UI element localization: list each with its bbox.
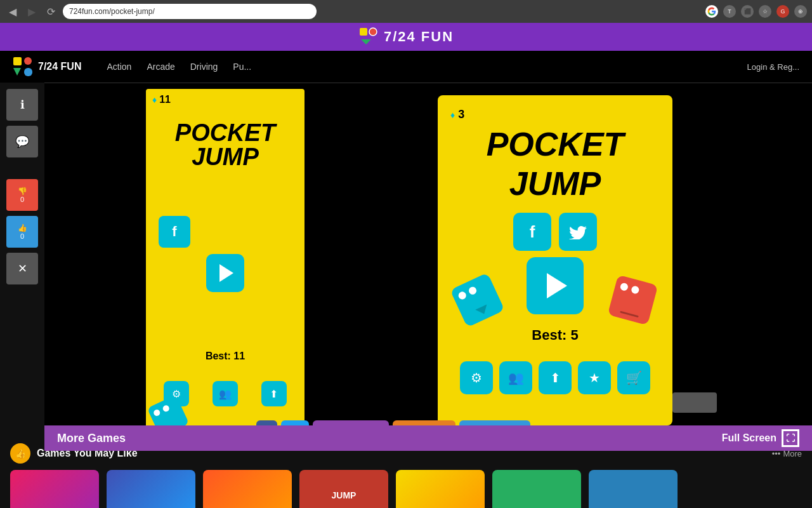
info-button[interactable]: ℹ	[6, 89, 38, 121]
nav-more[interactable]: Pu...	[233, 62, 251, 72]
extensions-icon[interactable]: ⬛	[741, 5, 754, 18]
popup-social-row: f	[513, 213, 597, 251]
game-thumb-5[interactable]	[396, 470, 485, 508]
game-thumb-7[interactable]	[589, 470, 678, 508]
small-game-frame: ♦ 11 POCKET JUMP f Best: 11 ⚙ 👥 ⬆	[146, 89, 304, 444]
games-row: JUMP	[10, 470, 802, 508]
top-banner: 7/24 FUN	[0, 23, 812, 51]
fullscreen-icon: ⛶	[782, 429, 799, 447]
google-icon[interactable]	[705, 5, 718, 18]
browser-chrome: ◀ ▶ ⟳ 724fun.com/pocket-jump/ T ⬛ ☆ G ⊕	[0, 0, 812, 23]
dislike-count: 0	[20, 196, 24, 203]
small-best-score: Best: 11	[146, 351, 304, 362]
extensions2-icon[interactable]: ⊕	[794, 5, 807, 18]
translate-icon[interactable]: T	[723, 5, 736, 18]
browser-refresh[interactable]: ⟳	[43, 4, 59, 19]
small-title-line1: POCKET	[152, 121, 298, 145]
side-panel: ℹ 💬 👎 0 👍 0 ✕	[0, 83, 44, 284]
diamond-icon: ♦	[152, 95, 157, 105]
popup-title: POCKET JUMP	[487, 128, 624, 213]
game-thumb-4[interactable]: JUMP	[299, 470, 388, 508]
logo-icon	[13, 57, 33, 77]
popup-score-value: 3	[458, 108, 464, 121]
popup-bottom-btn2[interactable]	[672, 392, 717, 413]
play-triangle-icon	[219, 264, 233, 282]
more-games-bar: More Games Full Screen ⛶	[44, 425, 812, 451]
small-leaderboard-btn[interactable]: 👥	[213, 381, 238, 406]
fullscreen-label: Full Screen	[722, 432, 776, 444]
big-popup: ♦ 3 POCKET JUMP f	[438, 95, 672, 425]
popup-diamond-icon: ♦	[450, 110, 455, 120]
small-game-title: POCKET JUMP	[152, 121, 298, 169]
info-icon: ℹ	[20, 98, 25, 112]
svg-point-4	[24, 57, 32, 65]
small-title-line2: JUMP	[152, 145, 298, 169]
bookmark-icon[interactable]: ☆	[759, 5, 771, 18]
game-area: ♦ 11 POCKET JUMP f Best: 11 ⚙ 👥 ⬆ ♦ 3	[44, 83, 812, 425]
popup-char-red	[608, 275, 658, 326]
popup-play-btn[interactable]	[527, 257, 584, 314]
logo-text: 7/24 FUN	[38, 61, 81, 72]
small-play-btn[interactable]	[206, 254, 244, 292]
game-thumb-2[interactable]	[107, 470, 195, 508]
like-count: 0	[20, 232, 24, 240]
small-fb-btn[interactable]: f	[159, 216, 190, 248]
svg-point-1	[369, 28, 377, 36]
games-icon[interactable]: G	[776, 5, 789, 18]
popup-play-triangle-icon	[547, 273, 567, 298]
game-thumb-3[interactable]	[203, 470, 292, 508]
thumbsdown-icon: 👎	[18, 187, 27, 196]
svg-rect-0	[360, 28, 367, 36]
thumbsup-icon: 👍	[18, 224, 27, 232]
dislike-button[interactable]: 👎 0	[6, 179, 38, 211]
small-score: ♦ 11	[152, 94, 171, 105]
svg-rect-3	[13, 57, 22, 65]
popup-title-line2: JUMP	[487, 167, 624, 200]
game-thumb-1[interactable]	[10, 470, 99, 508]
like-button[interactable]: 👍 0	[6, 216, 38, 248]
popup-char-blue	[450, 272, 504, 327]
popup-best-score: Best: 5	[532, 327, 578, 344]
banner-gamepad-icon	[358, 27, 379, 47]
more-games-label[interactable]: More Games	[57, 432, 126, 445]
browser-forward[interactable]: ▶	[24, 4, 39, 19]
popup-chars	[450, 257, 660, 321]
browser-icons: T ⬛ ☆ G ⊕	[705, 5, 807, 18]
chat-button[interactable]: 💬	[6, 126, 38, 157]
browser-back[interactable]: ◀	[5, 4, 20, 19]
popup-favorite-btn[interactable]: ★	[578, 361, 611, 394]
nav-arcade[interactable]: Arcade	[147, 62, 174, 72]
nav-action[interactable]: Action	[107, 62, 131, 72]
small-upload-btn[interactable]: ⬆	[261, 381, 287, 406]
popup-settings-btn[interactable]: ⚙	[460, 361, 493, 394]
svg-rect-6	[24, 68, 32, 76]
popup-leaderboard-btn[interactable]: 👥	[499, 361, 532, 394]
fullscreen-btn[interactable]: Full Screen ⛶	[722, 429, 799, 447]
like-circle: 👍	[10, 443, 30, 464]
site-nav: Action Arcade Driving Pu...	[107, 62, 251, 72]
page-divider	[44, 83, 812, 83]
url-text: 724fun.com/pocket-jump/	[69, 7, 155, 16]
svg-marker-5	[13, 68, 21, 76]
game-thumb-6[interactable]	[492, 470, 581, 508]
site-header: 7/24 FUN Action Arcade Driving Pu... Log…	[0, 51, 812, 83]
popup-title-line1: POCKET	[487, 128, 624, 161]
nav-driving[interactable]: Driving	[190, 62, 218, 72]
popup-upload-btn[interactable]: ⬆	[539, 361, 572, 394]
popup-score: ♦ 3	[450, 108, 464, 121]
small-score-value: 11	[159, 94, 171, 105]
svg-marker-2	[361, 39, 371, 44]
site-logo[interactable]: 7/24 FUN	[13, 57, 81, 77]
url-bar[interactable]: 724fun.com/pocket-jump/	[63, 4, 317, 19]
share-icon: ✕	[18, 262, 27, 276]
popup-icons-row: ⚙ 👥 ⬆ ★ 🛒	[460, 361, 650, 394]
banner-logo: 7/24 FUN	[358, 27, 454, 47]
popup-fb-btn[interactable]: f	[513, 213, 551, 251]
share-button[interactable]: ✕	[6, 253, 38, 284]
popup-shop-btn[interactable]: 🛒	[617, 361, 650, 394]
chat-icon: 💬	[15, 135, 29, 149]
header-auth[interactable]: Login & Reg...	[747, 62, 799, 72]
banner-title: 7/24 FUN	[384, 29, 454, 45]
popup-tw-btn[interactable]	[559, 213, 597, 251]
